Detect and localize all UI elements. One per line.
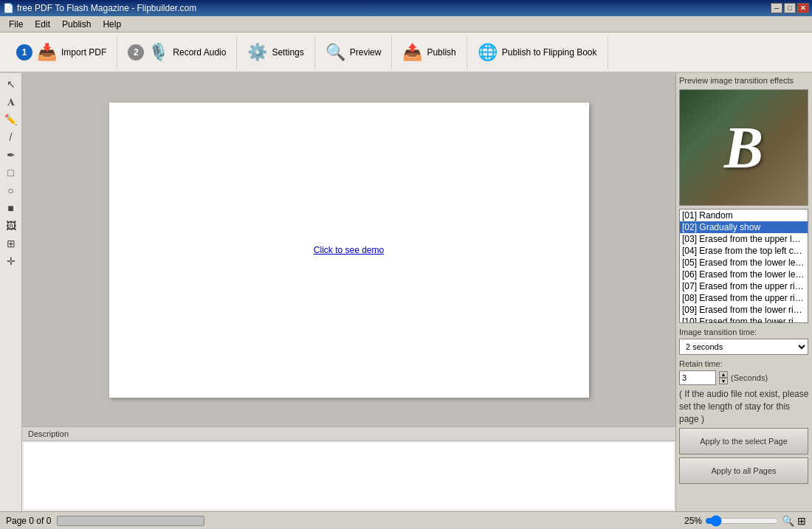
transition-time-label: Image transition time: [679,328,809,336]
titlebar-left: 📄 free PDF To Flash Magazine - Flipbuild… [3,3,196,13]
apply-select-page-button[interactable]: Apply to the select Page [679,428,808,454]
retain-up-button[interactable]: ▲ [719,371,728,378]
record-audio-button[interactable]: 2 🎙️ Record Audio [117,35,237,69]
transition-item[interactable]: [03] Erased from the upper left c [680,233,808,245]
transition-list[interactable]: [01] Random[02] Gradually show[03] Erase… [679,209,808,323]
app-icon: 📄 [3,3,14,13]
status-left: Page 0 of 0 [6,516,204,526]
canvas-area: Click to see demo Description [22,73,675,511]
flipbook-icon: 🌐 [478,43,498,62]
fit-icon[interactable]: ⊞ [797,515,806,527]
titlebar-controls: ─ □ ✕ [771,3,809,13]
settings-button[interactable]: ⚙️ Settings [237,35,314,69]
import-pdf-button[interactable]: 1 📥 Import PDF [6,35,117,69]
info-text: ( If the audio file not exist, please se… [679,388,809,425]
import-pdf-label: Import PDF [61,47,106,58]
text-tool[interactable]: 𝐀 [2,94,20,110]
retain-time-input[interactable] [679,370,716,385]
publish-button[interactable]: 📤 Publish [392,35,467,69]
menubar: File Edit Publish Help [0,16,812,32]
preview-panel-title: Preview image transition effects [679,76,809,85]
menu-help[interactable]: Help [97,18,127,31]
retain-down-button[interactable]: ▼ [719,378,728,384]
retain-time-control: Retain time: ▲ ▼ (Seconds) [679,359,809,385]
pencil-tool[interactable]: ✒ [2,147,20,163]
transition-time-control: Image transition time: 1 second2 seconds… [679,328,809,355]
retain-spinners: ▲ ▼ [719,371,728,384]
step1-badge: 1 [16,44,32,60]
transition-item[interactable]: [01] Random [680,210,808,221]
preview-button[interactable]: 🔍 Preview [315,35,393,69]
main-area: ↖ 𝐀 ✏️ / ✒ □ ○ ■ 🖼 ⊞ ✛ Click to see demo… [0,73,812,511]
retain-row: ▲ ▼ (Seconds) [679,370,809,385]
transition-item[interactable]: [08] Erased from the upper right [680,292,808,304]
preview-icon: 🔍 [326,43,345,62]
status-right: 25% 🔍 ⊞ [684,515,806,527]
retain-time-label: Retain time: [679,359,809,368]
fill-tool[interactable]: ■ [2,200,20,216]
zoom-in-icon[interactable]: 🔍 [782,515,794,527]
crop-tool[interactable]: ⊞ [2,235,20,252]
titlebar: 📄 free PDF To Flash Magazine - Flipbuild… [0,0,812,16]
step2-badge: 2 [128,44,144,60]
flipbook-label: Publish to Flipping Book [502,47,597,58]
select-tool[interactable]: ↖ [2,76,20,92]
ellipse-tool[interactable]: ○ [2,182,20,198]
image-tool[interactable]: 🖼 [2,218,20,234]
transition-item[interactable]: [06] Erased from the lower left c [680,269,808,280]
toolbar: 1 📥 Import PDF 2 🎙️ Record Audio ⚙️ Sett… [0,32,812,73]
highlight-tool[interactable]: ✏️ [2,111,20,128]
move-tool[interactable]: ✛ [2,253,20,269]
transition-item[interactable]: [04] Erase from the top left corn [680,245,808,257]
rect-tool[interactable]: □ [2,165,20,181]
progress-bar [57,516,204,526]
close-button[interactable]: ✕ [797,3,809,13]
transition-item[interactable]: [02] Gradually show [680,221,808,233]
info-line1: ( If the audio file not exist, please [679,388,809,401]
zoom-slider[interactable] [705,516,779,526]
transition-item[interactable]: [09] Erased from the lower right [680,304,808,316]
page-info: Page 0 of 0 [6,516,51,526]
demo-link[interactable]: Click to see demo [314,245,384,255]
transition-item[interactable]: [07] Erased from the upper right [680,280,808,292]
statusbar: Page 0 of 0 25% 🔍 ⊞ [0,511,812,529]
settings-icon: ⚙️ [247,43,267,62]
left-toolbar: ↖ 𝐀 ✏️ / ✒ □ ○ ■ 🖼 ⊞ ✛ [0,73,22,511]
menu-file[interactable]: File [3,18,29,31]
record-audio-icon: 🎙️ [148,43,168,62]
retain-unit: (Seconds) [731,373,768,382]
line-tool[interactable]: / [2,129,20,145]
transition-preview-image: B [679,89,808,206]
settings-label: Settings [272,47,303,58]
canvas-page: Click to see demo [109,103,589,398]
description-panel: Description [22,426,675,511]
preview-letter: B [724,114,763,181]
preview-label: Preview [350,47,382,58]
menu-publish[interactable]: Publish [56,18,97,31]
transition-item[interactable]: [10] Erased from the lower right [680,316,808,323]
record-audio-label: Record Audio [173,47,226,58]
maximize-button[interactable]: □ [784,3,796,13]
minimize-button[interactable]: ─ [771,3,782,13]
canvas-main: Click to see demo [22,73,675,426]
zoom-percent: 25% [684,516,702,526]
transition-time-select[interactable]: 1 second2 seconds3 seconds4 seconds5 sec… [679,339,808,355]
publish-icon: 📤 [402,43,422,62]
menu-edit[interactable]: Edit [29,18,56,31]
description-header: Description [22,427,675,441]
transition-item[interactable]: [05] Erased from the lower left c [680,257,808,269]
info-line2: set the length of stay for this page ) [679,401,809,426]
app-title: free PDF To Flash Magazine - Flipbuilder… [17,3,196,13]
right-panel: Preview image transition effects B [01] … [675,73,812,511]
publish-flipbook-button[interactable]: 🌐 Publish to Flipping Book [467,35,608,69]
import-pdf-icon: 📥 [37,43,57,62]
publish-label: Publish [427,47,455,58]
apply-all-pages-button[interactable]: Apply to all Pages [679,457,808,484]
description-content[interactable] [24,443,674,509]
